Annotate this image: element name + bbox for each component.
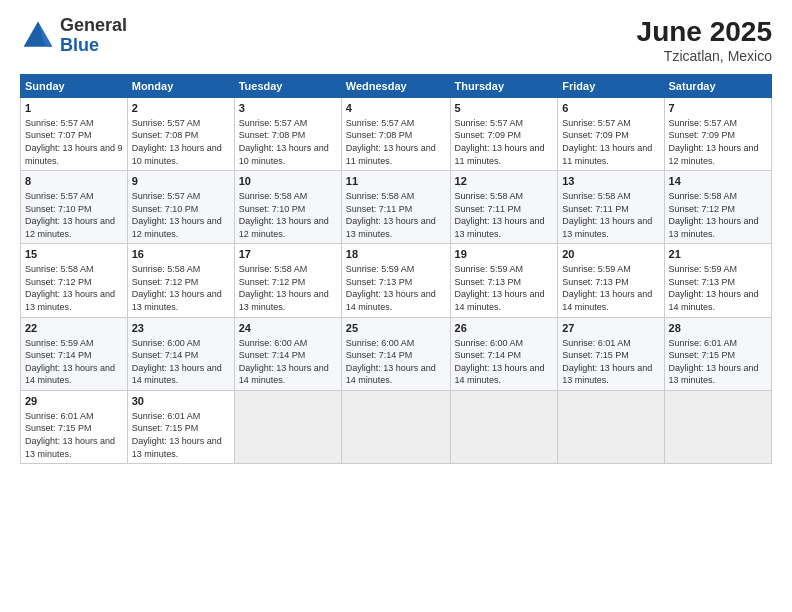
day-info: Sunrise: 5:59 AMSunset: 7:13 PMDaylight:…	[669, 263, 767, 313]
day-info: Sunrise: 5:57 AMSunset: 7:07 PMDaylight:…	[25, 117, 123, 167]
day-number: 30	[132, 394, 230, 409]
weekday-header-thursday: Thursday	[450, 75, 558, 98]
day-number: 7	[669, 101, 767, 116]
day-info: Sunrise: 5:58 AMSunset: 7:12 PMDaylight:…	[132, 263, 230, 313]
calendar-cell-w3-d0: 22Sunrise: 5:59 AMSunset: 7:14 PMDayligh…	[21, 317, 128, 390]
calendar-cell-w2-d0: 15Sunrise: 5:58 AMSunset: 7:12 PMDayligh…	[21, 244, 128, 317]
day-info: Sunrise: 5:57 AMSunset: 7:08 PMDaylight:…	[132, 117, 230, 167]
day-info: Sunrise: 5:57 AMSunset: 7:09 PMDaylight:…	[669, 117, 767, 167]
calendar-cell-w4-d0: 29Sunrise: 6:01 AMSunset: 7:15 PMDayligh…	[21, 390, 128, 463]
day-info: Sunrise: 5:59 AMSunset: 7:14 PMDaylight:…	[25, 337, 123, 387]
day-number: 5	[455, 101, 554, 116]
calendar-cell-w0-d0: 1Sunrise: 5:57 AMSunset: 7:07 PMDaylight…	[21, 98, 128, 171]
day-info: Sunrise: 5:59 AMSunset: 7:13 PMDaylight:…	[562, 263, 659, 313]
title-block: June 2025 Tzicatlan, Mexico	[637, 16, 772, 64]
day-info: Sunrise: 5:58 AMSunset: 7:12 PMDaylight:…	[239, 263, 337, 313]
day-number: 6	[562, 101, 659, 116]
calendar-cell-w3-d6: 28Sunrise: 6:01 AMSunset: 7:15 PMDayligh…	[664, 317, 771, 390]
day-info: Sunrise: 5:58 AMSunset: 7:11 PMDaylight:…	[562, 190, 659, 240]
calendar-cell-w3-d3: 25Sunrise: 6:00 AMSunset: 7:14 PMDayligh…	[341, 317, 450, 390]
day-number: 27	[562, 321, 659, 336]
header: General Blue June 2025 Tzicatlan, Mexico	[20, 16, 772, 64]
calendar-cell-w0-d1: 2Sunrise: 5:57 AMSunset: 7:08 PMDaylight…	[127, 98, 234, 171]
day-number: 28	[669, 321, 767, 336]
day-number: 10	[239, 174, 337, 189]
calendar-cell-w4-d3	[341, 390, 450, 463]
day-number: 4	[346, 101, 446, 116]
day-number: 9	[132, 174, 230, 189]
day-number: 12	[455, 174, 554, 189]
calendar-cell-w2-d4: 19Sunrise: 5:59 AMSunset: 7:13 PMDayligh…	[450, 244, 558, 317]
day-info: Sunrise: 5:57 AMSunset: 7:08 PMDaylight:…	[239, 117, 337, 167]
calendar-cell-w2-d6: 21Sunrise: 5:59 AMSunset: 7:13 PMDayligh…	[664, 244, 771, 317]
calendar-cell-w3-d4: 26Sunrise: 6:00 AMSunset: 7:14 PMDayligh…	[450, 317, 558, 390]
calendar-week-3: 22Sunrise: 5:59 AMSunset: 7:14 PMDayligh…	[21, 317, 772, 390]
calendar-body: 1Sunrise: 5:57 AMSunset: 7:07 PMDaylight…	[21, 98, 772, 464]
location: Tzicatlan, Mexico	[637, 48, 772, 64]
day-number: 15	[25, 247, 123, 262]
calendar-week-4: 29Sunrise: 6:01 AMSunset: 7:15 PMDayligh…	[21, 390, 772, 463]
day-number: 17	[239, 247, 337, 262]
calendar-cell-w2-d5: 20Sunrise: 5:59 AMSunset: 7:13 PMDayligh…	[558, 244, 664, 317]
calendar-cell-w0-d3: 4Sunrise: 5:57 AMSunset: 7:08 PMDaylight…	[341, 98, 450, 171]
calendar-header: SundayMondayTuesdayWednesdayThursdayFrid…	[21, 75, 772, 98]
day-info: Sunrise: 6:00 AMSunset: 7:14 PMDaylight:…	[132, 337, 230, 387]
day-number: 19	[455, 247, 554, 262]
weekday-header-tuesday: Tuesday	[234, 75, 341, 98]
day-info: Sunrise: 5:58 AMSunset: 7:11 PMDaylight:…	[455, 190, 554, 240]
day-number: 8	[25, 174, 123, 189]
day-number: 20	[562, 247, 659, 262]
day-info: Sunrise: 6:01 AMSunset: 7:15 PMDaylight:…	[562, 337, 659, 387]
weekday-header-friday: Friday	[558, 75, 664, 98]
day-info: Sunrise: 5:58 AMSunset: 7:10 PMDaylight:…	[239, 190, 337, 240]
calendar-cell-w2-d1: 16Sunrise: 5:58 AMSunset: 7:12 PMDayligh…	[127, 244, 234, 317]
calendar-cell-w1-d0: 8Sunrise: 5:57 AMSunset: 7:10 PMDaylight…	[21, 171, 128, 244]
weekday-header-sunday: Sunday	[21, 75, 128, 98]
calendar-week-1: 8Sunrise: 5:57 AMSunset: 7:10 PMDaylight…	[21, 171, 772, 244]
day-info: Sunrise: 6:01 AMSunset: 7:15 PMDaylight:…	[132, 410, 230, 460]
page: General Blue June 2025 Tzicatlan, Mexico…	[0, 0, 792, 612]
weekday-header-saturday: Saturday	[664, 75, 771, 98]
weekday-header-row: SundayMondayTuesdayWednesdayThursdayFrid…	[21, 75, 772, 98]
calendar-cell-w4-d5	[558, 390, 664, 463]
calendar-cell-w1-d4: 12Sunrise: 5:58 AMSunset: 7:11 PMDayligh…	[450, 171, 558, 244]
calendar-table: SundayMondayTuesdayWednesdayThursdayFrid…	[20, 74, 772, 464]
calendar-cell-w4-d4	[450, 390, 558, 463]
calendar-cell-w3-d1: 23Sunrise: 6:00 AMSunset: 7:14 PMDayligh…	[127, 317, 234, 390]
day-info: Sunrise: 5:58 AMSunset: 7:11 PMDaylight:…	[346, 190, 446, 240]
logo-general-text: General	[60, 16, 127, 36]
logo-icon	[20, 18, 56, 54]
calendar-cell-w3-d5: 27Sunrise: 6:01 AMSunset: 7:15 PMDayligh…	[558, 317, 664, 390]
day-info: Sunrise: 5:58 AMSunset: 7:12 PMDaylight:…	[25, 263, 123, 313]
logo: General Blue	[20, 16, 127, 56]
calendar-cell-w1-d3: 11Sunrise: 5:58 AMSunset: 7:11 PMDayligh…	[341, 171, 450, 244]
calendar-cell-w1-d5: 13Sunrise: 5:58 AMSunset: 7:11 PMDayligh…	[558, 171, 664, 244]
day-info: Sunrise: 6:01 AMSunset: 7:15 PMDaylight:…	[25, 410, 123, 460]
day-number: 21	[669, 247, 767, 262]
day-number: 2	[132, 101, 230, 116]
calendar-cell-w2-d2: 17Sunrise: 5:58 AMSunset: 7:12 PMDayligh…	[234, 244, 341, 317]
day-info: Sunrise: 5:58 AMSunset: 7:12 PMDaylight:…	[669, 190, 767, 240]
logo-text: General Blue	[60, 16, 127, 56]
day-number: 25	[346, 321, 446, 336]
day-number: 14	[669, 174, 767, 189]
day-number: 1	[25, 101, 123, 116]
day-info: Sunrise: 6:00 AMSunset: 7:14 PMDaylight:…	[455, 337, 554, 387]
calendar-cell-w1-d6: 14Sunrise: 5:58 AMSunset: 7:12 PMDayligh…	[664, 171, 771, 244]
weekday-header-wednesday: Wednesday	[341, 75, 450, 98]
day-info: Sunrise: 6:00 AMSunset: 7:14 PMDaylight:…	[346, 337, 446, 387]
calendar-cell-w2-d3: 18Sunrise: 5:59 AMSunset: 7:13 PMDayligh…	[341, 244, 450, 317]
day-info: Sunrise: 5:57 AMSunset: 7:10 PMDaylight:…	[25, 190, 123, 240]
day-info: Sunrise: 5:59 AMSunset: 7:13 PMDaylight:…	[346, 263, 446, 313]
day-info: Sunrise: 5:57 AMSunset: 7:09 PMDaylight:…	[455, 117, 554, 167]
calendar-cell-w0-d6: 7Sunrise: 5:57 AMSunset: 7:09 PMDaylight…	[664, 98, 771, 171]
day-number: 26	[455, 321, 554, 336]
day-number: 3	[239, 101, 337, 116]
calendar-cell-w3-d2: 24Sunrise: 6:00 AMSunset: 7:14 PMDayligh…	[234, 317, 341, 390]
weekday-header-monday: Monday	[127, 75, 234, 98]
calendar-week-0: 1Sunrise: 5:57 AMSunset: 7:07 PMDaylight…	[21, 98, 772, 171]
day-number: 11	[346, 174, 446, 189]
calendar-cell-w0-d2: 3Sunrise: 5:57 AMSunset: 7:08 PMDaylight…	[234, 98, 341, 171]
logo-blue-text: Blue	[60, 36, 127, 56]
day-number: 24	[239, 321, 337, 336]
